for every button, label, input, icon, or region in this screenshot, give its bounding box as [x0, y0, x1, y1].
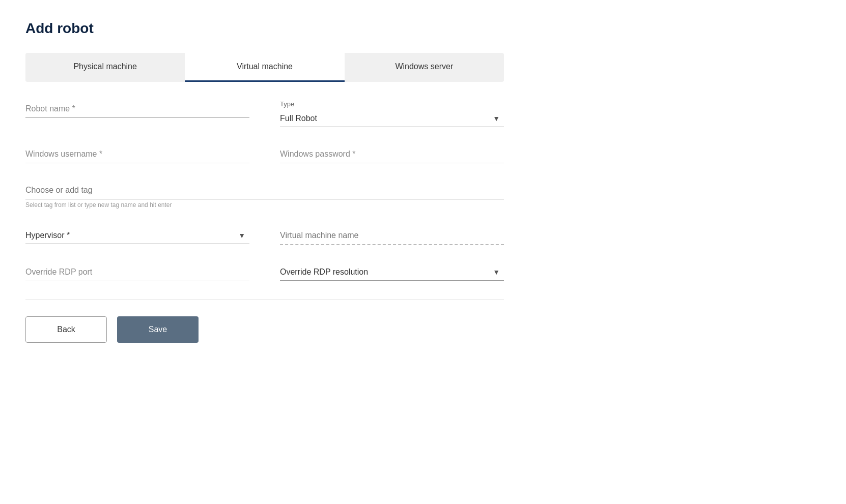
- tabs-container: Physical machine Virtual machine Windows…: [25, 53, 504, 82]
- back-button[interactable]: Back: [25, 316, 107, 343]
- form-row-hypervisor-vm: Hypervisor * ▼: [25, 227, 504, 245]
- type-select[interactable]: Full Robot Non-Production Robot Attended…: [280, 110, 504, 127]
- tag-group: Select tag from list or type new tag nam…: [25, 182, 504, 209]
- form-row-rdp: Override RDP resolution ▼: [25, 263, 504, 281]
- form-row-robot-name-type: Type Full Robot Non-Production Robot Att…: [25, 100, 504, 127]
- rdp-resolution-select-wrapper: Override RDP resolution ▼: [280, 263, 504, 281]
- form-divider: [25, 300, 504, 300]
- save-button[interactable]: Save: [117, 316, 199, 343]
- robot-name-input[interactable]: [25, 100, 249, 118]
- hypervisor-select-wrapper: Hypervisor * ▼: [25, 227, 249, 244]
- windows-username-input[interactable]: [25, 145, 249, 163]
- form-section: Type Full Robot Non-Production Robot Att…: [25, 100, 504, 343]
- footer-buttons: Back Save: [25, 316, 504, 343]
- type-select-wrapper: Full Robot Non-Production Robot Attended…: [280, 110, 504, 127]
- vm-name-group: [280, 227, 504, 245]
- windows-password-group: [280, 145, 504, 163]
- hypervisor-group: Hypervisor * ▼: [25, 227, 249, 245]
- form-row-windows-credentials: [25, 145, 504, 163]
- tag-input-wrapper: [25, 182, 504, 199]
- tag-hint: Select tag from list or type new tag nam…: [25, 201, 504, 209]
- type-label: Type: [280, 100, 504, 108]
- tag-input[interactable]: [25, 186, 504, 195]
- windows-password-input[interactable]: [280, 145, 504, 163]
- tab-virtual-machine[interactable]: Virtual machine: [185, 53, 344, 82]
- page-title: Add robot: [25, 20, 821, 37]
- hypervisor-select[interactable]: Hypervisor *: [25, 227, 249, 244]
- type-group: Type Full Robot Non-Production Robot Att…: [280, 100, 504, 127]
- vm-name-input[interactable]: [280, 227, 504, 245]
- rdp-port-group: [25, 263, 249, 281]
- tab-physical-machine[interactable]: Physical machine: [25, 53, 185, 82]
- form-row-tag: Select tag from list or type new tag nam…: [25, 182, 504, 209]
- windows-username-group: [25, 145, 249, 163]
- rdp-resolution-select[interactable]: Override RDP resolution: [280, 263, 504, 281]
- rdp-resolution-group: Override RDP resolution ▼: [280, 263, 504, 281]
- rdp-port-input[interactable]: [25, 263, 249, 281]
- robot-name-group: [25, 100, 249, 127]
- tab-windows-server[interactable]: Windows server: [345, 53, 504, 82]
